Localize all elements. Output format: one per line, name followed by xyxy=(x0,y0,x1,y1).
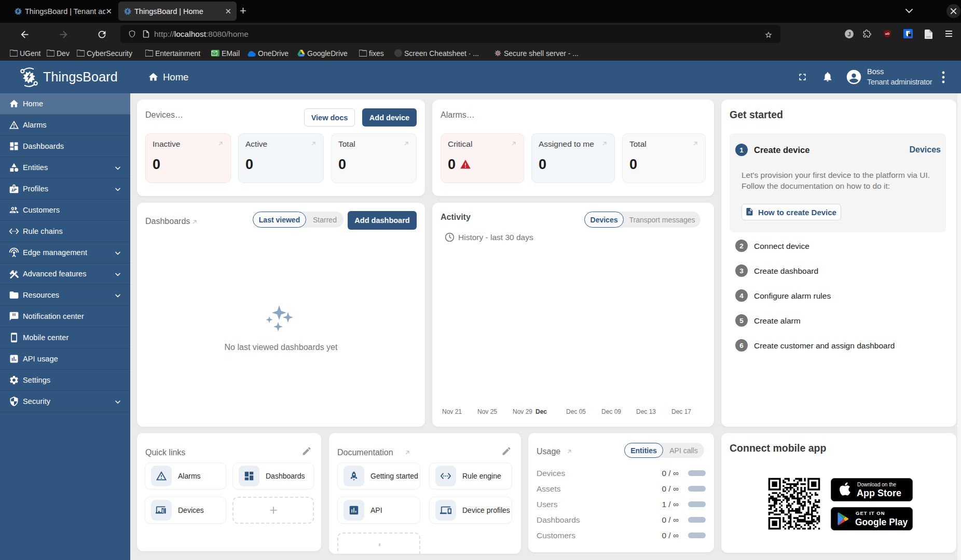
svg-text:GET IT ON: GET IT ON xyxy=(856,510,885,516)
svg-text:uO: uO xyxy=(885,32,889,35)
svg-text:Download on the: Download on the xyxy=(857,482,896,487)
svg-text:App Store: App Store xyxy=(857,488,901,498)
svg-text:Google Play: Google Play xyxy=(855,517,908,527)
